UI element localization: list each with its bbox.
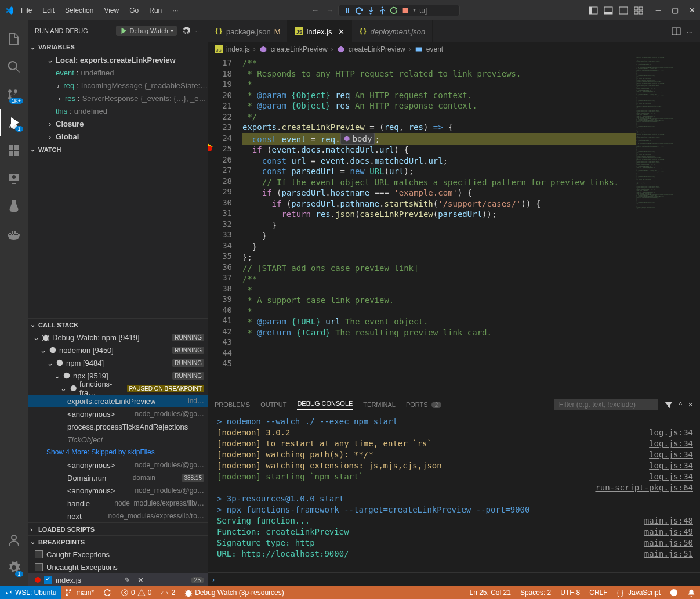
var-row[interactable]: ›res: ServerResponse {_events: {…}, _e… bbox=[32, 92, 208, 104]
status-eol[interactable]: CRLF bbox=[585, 589, 612, 597]
gear-icon[interactable] bbox=[182, 26, 191, 35]
nav-forward-icon[interactable]: → bbox=[326, 6, 333, 15]
panel-tab-terminal[interactable]: TERMINAL bbox=[363, 401, 396, 408]
debug-stepinto-icon[interactable] bbox=[367, 6, 375, 15]
status-remote[interactable]: WSL: Ubuntu bbox=[0, 586, 61, 599]
callstack-node[interactable]: ⌄functions-fra…PAUSED ON BREAKPOINT bbox=[28, 382, 208, 395]
status-branch[interactable]: main* bbox=[61, 586, 99, 599]
console-filter-input[interactable] bbox=[554, 399, 658, 410]
callstack-frame[interactable]: process.processTicksAndRejections bbox=[28, 420, 208, 433]
breadcrumb[interactable]: JS index.js› createLinkPreview› createLi… bbox=[208, 42, 700, 56]
activity-testing[interactable] bbox=[0, 192, 28, 220]
menu-run[interactable]: Run bbox=[144, 4, 166, 17]
menu-file[interactable]: File bbox=[16, 4, 37, 17]
callstack-frame[interactable]: handlenode_modules/express/lib/… bbox=[28, 497, 208, 510]
tab-deployment-json[interactable]: deployment.json bbox=[352, 20, 433, 42]
callstack-frame[interactable]: <anonymous>node_modules/@go… bbox=[28, 459, 208, 471]
scope-local[interactable]: ⌄Local: exports.createLinkPreview bbox=[32, 53, 208, 66]
status-feedback[interactable] bbox=[665, 589, 683, 597]
layout-bottom-icon[interactable] bbox=[604, 6, 613, 15]
var-row[interactable]: this: undefined bbox=[32, 104, 208, 117]
debug-launch-selector[interactable]: Debug Watch ▾ bbox=[116, 26, 177, 36]
status-bell[interactable] bbox=[683, 589, 700, 597]
callstack-session[interactable]: ⌄Debug Watch: npm [9419] RUNNING bbox=[28, 331, 208, 344]
debug-console-output[interactable]: > nodemon --watch ./ --exec npm start [n… bbox=[208, 414, 700, 572]
panel-tab-debug-console[interactable]: DEBUG CONSOLE bbox=[297, 400, 353, 410]
debug-console-input[interactable]: › bbox=[208, 572, 700, 586]
section-loaded-scripts[interactable]: ›LOADED SCRIPTS bbox=[28, 522, 208, 535]
menu-edit[interactable]: Edit bbox=[38, 4, 59, 17]
status-encoding[interactable]: UTF-8 bbox=[556, 589, 585, 597]
callstack-skipfiles[interactable]: Show 4 More: Skipped by skipFiles bbox=[28, 446, 208, 459]
callstack-node[interactable]: ⌄npm [9484]RUNNING bbox=[28, 356, 208, 369]
status-sync[interactable] bbox=[99, 586, 116, 599]
status-errors[interactable]: 0 0 bbox=[116, 586, 156, 599]
activity-search[interactable] bbox=[0, 53, 28, 81]
layout-right-icon[interactable] bbox=[619, 6, 628, 15]
debug-stop-icon[interactable] bbox=[401, 6, 409, 15]
section-breakpoints[interactable]: ⌄BREAKPOINTS bbox=[28, 535, 208, 548]
close-icon[interactable]: ✕ bbox=[688, 401, 693, 409]
section-callstack[interactable]: ⌄CALL STACK bbox=[28, 318, 208, 331]
breakpoint-dot-icon[interactable] bbox=[208, 146, 212, 151]
close-icon[interactable]: ✕ bbox=[137, 576, 144, 584]
nav-back-icon[interactable]: ← bbox=[311, 6, 319, 15]
tab-index-js[interactable]: JS index.js ✕ bbox=[288, 20, 351, 42]
callstack-node[interactable]: ⌄nodemon [9450]RUNNING bbox=[28, 344, 208, 356]
intellisense-suggest[interactable]: body bbox=[340, 133, 375, 145]
debug-stepout-icon[interactable] bbox=[378, 6, 386, 15]
more-icon[interactable]: ··· bbox=[195, 27, 201, 34]
bp-uncaught[interactable]: Uncaught Exceptions bbox=[28, 561, 208, 573]
status-cursor[interactable]: Ln 25, Col 21 bbox=[465, 589, 516, 597]
callstack-frame[interactable]: <anonymous>node_modules/@go… bbox=[28, 484, 208, 497]
status-ports[interactable]: 2 bbox=[156, 586, 180, 599]
debug-dropdown-icon[interactable]: ▾ bbox=[413, 6, 416, 15]
edit-icon[interactable]: ✎ bbox=[124, 576, 130, 584]
menu-view[interactable]: View bbox=[99, 4, 124, 17]
section-variables[interactable]: ⌄VARIABLES bbox=[28, 41, 208, 53]
debug-pause-icon[interactable] bbox=[343, 6, 351, 15]
layout-customize-icon[interactable] bbox=[634, 6, 643, 15]
command-center[interactable]: ▾ tu] bbox=[338, 5, 460, 16]
activity-account[interactable] bbox=[0, 526, 28, 554]
layout-left-icon[interactable] bbox=[589, 6, 598, 15]
section-watch[interactable]: ⌄WATCH bbox=[28, 143, 208, 156]
scope-global[interactable]: ›Global bbox=[32, 130, 208, 143]
callstack-frame[interactable]: nextnode_modules/express/lib/ro… bbox=[28, 510, 208, 522]
callstack-frame[interactable]: TickObject bbox=[28, 433, 208, 446]
callstack-frame[interactable]: <anonymous>node_modules/@go… bbox=[28, 407, 208, 420]
status-lang[interactable]: { }JavaScript bbox=[612, 589, 665, 597]
tab-package-json[interactable]: package.json M bbox=[208, 20, 288, 42]
menu-go[interactable]: Go bbox=[125, 4, 143, 17]
panel-tab-ports[interactable]: PORTS2 bbox=[406, 401, 441, 408]
split-editor-icon[interactable] bbox=[672, 27, 681, 36]
window-maximize-icon[interactable]: ▢ bbox=[672, 6, 679, 15]
minimap[interactable]: /** * Responds to any HTTP request relat… bbox=[636, 56, 700, 395]
window-close-icon[interactable]: ✕ bbox=[689, 6, 695, 15]
activity-settings[interactable]: 1 bbox=[0, 554, 28, 582]
window-minimize-icon[interactable]: ─ bbox=[656, 6, 661, 15]
scope-closure[interactable]: ›Closure bbox=[32, 117, 208, 130]
checkbox[interactable] bbox=[35, 563, 43, 571]
activity-scm[interactable]: 1K+ bbox=[0, 81, 28, 109]
callstack-frame[interactable]: Domain.rundomain388:15 bbox=[28, 471, 208, 484]
checkbox[interactable] bbox=[35, 550, 43, 558]
bp-file[interactable]: index.js ✎ ✕ 25 bbox=[28, 573, 208, 586]
menu-selection[interactable]: Selection bbox=[60, 4, 98, 17]
activity-remote-explorer[interactable] bbox=[0, 164, 28, 192]
callstack-frame[interactable]: exports.createLinkPreviewind… bbox=[28, 395, 208, 407]
menu-more[interactable]: ··· bbox=[168, 4, 183, 17]
var-row[interactable]: ›req: IncomingMessage {_readableState:… bbox=[32, 79, 208, 92]
activity-docker[interactable] bbox=[0, 220, 28, 248]
status-debug-target[interactable]: Debug Watch (3p-resources) bbox=[180, 586, 289, 599]
bp-caught[interactable]: Caught Exceptions bbox=[28, 548, 208, 561]
more-icon[interactable]: ··· bbox=[687, 27, 693, 36]
debug-restart-icon[interactable] bbox=[390, 6, 398, 15]
code-editor[interactable]: 1718192021222324252627282930313233343536… bbox=[208, 56, 700, 395]
checkbox[interactable] bbox=[44, 576, 52, 584]
panel-tab-problems[interactable]: PROBLEMS bbox=[215, 401, 250, 408]
var-row[interactable]: event: undefined bbox=[32, 66, 208, 79]
activity-debug[interactable]: 1 bbox=[0, 109, 28, 136]
close-icon[interactable]: ✕ bbox=[338, 27, 344, 36]
status-spaces[interactable]: Spaces: 2 bbox=[516, 589, 556, 597]
